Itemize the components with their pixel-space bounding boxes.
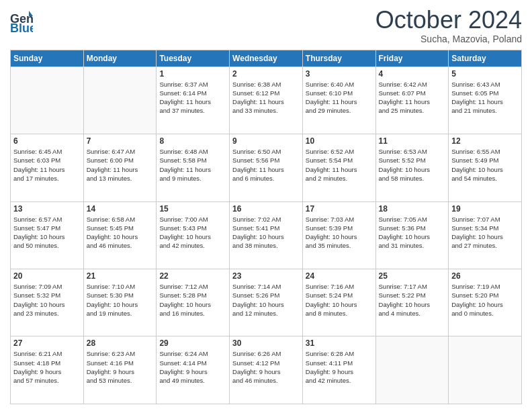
calendar-cell: 5Sunrise: 6:43 AM Sunset: 6:05 PM Daylig…: [449, 66, 522, 134]
day-number: 7: [87, 136, 154, 146]
day-info: Sunrise: 7:09 AM Sunset: 5:32 PM Dayligh…: [13, 282, 81, 318]
week-row-1: 1Sunrise: 6:37 AM Sunset: 6:14 PM Daylig…: [11, 66, 522, 134]
day-info: Sunrise: 6:42 AM Sunset: 6:07 PM Dayligh…: [379, 80, 446, 116]
day-info: Sunrise: 6:53 AM Sunset: 5:52 PM Dayligh…: [379, 147, 446, 183]
week-row-5: 27Sunrise: 6:21 AM Sunset: 4:18 PM Dayli…: [11, 336, 522, 404]
calendar-cell: 8Sunrise: 6:48 AM Sunset: 5:58 PM Daylig…: [157, 134, 230, 201]
day-number: 16: [232, 204, 300, 214]
day-info: Sunrise: 6:38 AM Sunset: 6:12 PM Dayligh…: [232, 80, 300, 116]
day-info: Sunrise: 6:26 AM Sunset: 4:12 PM Dayligh…: [232, 349, 300, 385]
day-info: Sunrise: 6:45 AM Sunset: 6:03 PM Dayligh…: [13, 147, 81, 183]
day-info: Sunrise: 6:57 AM Sunset: 5:47 PM Dayligh…: [13, 215, 81, 250]
calendar-cell: 1Sunrise: 6:37 AM Sunset: 6:14 PM Daylig…: [157, 66, 230, 134]
calendar-cell: 20Sunrise: 7:09 AM Sunset: 5:32 PM Dayli…: [11, 269, 84, 336]
day-number: 31: [306, 338, 373, 348]
day-number: 9: [232, 136, 300, 146]
day-info: Sunrise: 7:16 AM Sunset: 5:24 PM Dayligh…: [306, 282, 373, 318]
day-number: 14: [87, 204, 154, 214]
day-number: 26: [451, 271, 519, 281]
day-number: 22: [159, 271, 226, 281]
day-number: 27: [13, 338, 81, 348]
day-number: 1: [159, 69, 226, 79]
day-number: 21: [87, 271, 154, 281]
week-row-3: 13Sunrise: 6:57 AM Sunset: 5:47 PM Dayli…: [11, 201, 522, 269]
col-header-friday: Friday: [375, 50, 449, 66]
title-block: October 2024 Sucha, Mazovia, Poland: [375, 7, 522, 44]
col-header-thursday: Thursday: [302, 50, 375, 66]
location-subtitle: Sucha, Mazovia, Poland: [375, 34, 522, 44]
day-info: Sunrise: 7:17 AM Sunset: 5:22 PM Dayligh…: [379, 282, 446, 318]
calendar-cell: 9Sunrise: 6:50 AM Sunset: 5:56 PM Daylig…: [230, 134, 303, 201]
calendar-cell: 31Sunrise: 6:28 AM Sunset: 4:11 PM Dayli…: [302, 336, 375, 404]
calendar-cell: 28Sunrise: 6:23 AM Sunset: 4:16 PM Dayli…: [83, 336, 157, 404]
day-number: 17: [306, 204, 373, 214]
day-info: Sunrise: 6:52 AM Sunset: 5:54 PM Dayligh…: [306, 147, 373, 183]
calendar-cell: 3Sunrise: 6:40 AM Sunset: 6:10 PM Daylig…: [302, 66, 375, 134]
week-row-4: 20Sunrise: 7:09 AM Sunset: 5:32 PM Dayli…: [11, 269, 522, 336]
day-info: Sunrise: 6:58 AM Sunset: 5:45 PM Dayligh…: [87, 215, 154, 250]
calendar-cell: [11, 66, 84, 134]
calendar-cell: 18Sunrise: 7:05 AM Sunset: 5:36 PM Dayli…: [375, 201, 449, 269]
calendar-cell: [449, 336, 522, 404]
day-number: 8: [159, 136, 226, 146]
col-header-wednesday: Wednesday: [230, 50, 303, 66]
calendar-cell: 19Sunrise: 7:07 AM Sunset: 5:34 PM Dayli…: [449, 201, 522, 269]
svg-text:Blue: Blue: [10, 21, 33, 35]
calendar-cell: 15Sunrise: 7:00 AM Sunset: 5:43 PM Dayli…: [157, 201, 230, 269]
calendar-cell: 13Sunrise: 6:57 AM Sunset: 5:47 PM Dayli…: [11, 201, 84, 269]
day-info: Sunrise: 7:02 AM Sunset: 5:41 PM Dayligh…: [232, 215, 300, 250]
day-info: Sunrise: 7:12 AM Sunset: 5:28 PM Dayligh…: [159, 282, 226, 318]
calendar-cell: 17Sunrise: 7:03 AM Sunset: 5:39 PM Dayli…: [302, 201, 375, 269]
calendar-cell: 10Sunrise: 6:52 AM Sunset: 5:54 PM Dayli…: [302, 134, 375, 201]
calendar-cell: 4Sunrise: 6:42 AM Sunset: 6:07 PM Daylig…: [375, 66, 449, 134]
col-header-sunday: Sunday: [11, 50, 84, 66]
day-number: 24: [306, 271, 373, 281]
day-info: Sunrise: 6:48 AM Sunset: 5:58 PM Dayligh…: [159, 147, 226, 183]
day-number: 4: [379, 69, 446, 79]
calendar-cell: 14Sunrise: 6:58 AM Sunset: 5:45 PM Dayli…: [83, 201, 157, 269]
day-number: 12: [451, 136, 519, 146]
day-number: 20: [13, 271, 81, 281]
day-info: Sunrise: 7:00 AM Sunset: 5:43 PM Dayligh…: [159, 215, 226, 250]
day-info: Sunrise: 6:28 AM Sunset: 4:11 PM Dayligh…: [306, 349, 373, 385]
calendar-cell: 22Sunrise: 7:12 AM Sunset: 5:28 PM Dayli…: [157, 269, 230, 336]
day-info: Sunrise: 6:55 AM Sunset: 5:49 PM Dayligh…: [451, 147, 519, 183]
day-number: 29: [159, 338, 226, 348]
day-info: Sunrise: 6:43 AM Sunset: 6:05 PM Dayligh…: [451, 80, 519, 116]
calendar-cell: 27Sunrise: 6:21 AM Sunset: 4:18 PM Dayli…: [11, 336, 84, 404]
calendar-cell: 2Sunrise: 6:38 AM Sunset: 6:12 PM Daylig…: [230, 66, 303, 134]
col-header-tuesday: Tuesday: [157, 50, 230, 66]
calendar-cell: 12Sunrise: 6:55 AM Sunset: 5:49 PM Dayli…: [449, 134, 522, 201]
logo: General Blue: [10, 9, 33, 35]
calendar-header-row: SundayMondayTuesdayWednesdayThursdayFrid…: [11, 50, 522, 66]
month-title: October 2024: [375, 7, 522, 34]
day-info: Sunrise: 6:47 AM Sunset: 6:00 PM Dayligh…: [87, 147, 154, 183]
day-info: Sunrise: 7:19 AM Sunset: 5:20 PM Dayligh…: [451, 282, 519, 318]
calendar-cell: 25Sunrise: 7:17 AM Sunset: 5:22 PM Dayli…: [375, 269, 449, 336]
week-row-2: 6Sunrise: 6:45 AM Sunset: 6:03 PM Daylig…: [11, 134, 522, 201]
calendar-table: SundayMondayTuesdayWednesdayThursdayFrid…: [10, 50, 522, 404]
col-header-saturday: Saturday: [449, 50, 522, 66]
calendar-cell: 11Sunrise: 6:53 AM Sunset: 5:52 PM Dayli…: [375, 134, 449, 201]
day-number: 30: [232, 338, 300, 348]
day-number: 19: [451, 204, 519, 214]
day-info: Sunrise: 7:07 AM Sunset: 5:34 PM Dayligh…: [451, 215, 519, 250]
day-info: Sunrise: 6:21 AM Sunset: 4:18 PM Dayligh…: [13, 349, 81, 385]
day-number: 23: [232, 271, 300, 281]
calendar-cell: 23Sunrise: 7:14 AM Sunset: 5:26 PM Dayli…: [230, 269, 303, 336]
day-number: 5: [451, 69, 519, 79]
logo-icon: General Blue: [10, 9, 33, 35]
calendar-cell: 30Sunrise: 6:26 AM Sunset: 4:12 PM Dayli…: [230, 336, 303, 404]
calendar-cell: 7Sunrise: 6:47 AM Sunset: 6:00 PM Daylig…: [83, 134, 157, 201]
calendar-cell: 29Sunrise: 6:24 AM Sunset: 4:14 PM Dayli…: [157, 336, 230, 404]
day-number: 15: [159, 204, 226, 214]
day-number: 3: [306, 69, 373, 79]
day-info: Sunrise: 7:05 AM Sunset: 5:36 PM Dayligh…: [379, 215, 446, 250]
day-info: Sunrise: 6:23 AM Sunset: 4:16 PM Dayligh…: [87, 349, 154, 385]
day-number: 13: [13, 204, 81, 214]
day-info: Sunrise: 6:24 AM Sunset: 4:14 PM Dayligh…: [159, 349, 226, 385]
day-info: Sunrise: 6:40 AM Sunset: 6:10 PM Dayligh…: [306, 80, 373, 116]
day-number: 25: [379, 271, 446, 281]
calendar-cell: 21Sunrise: 7:10 AM Sunset: 5:30 PM Dayli…: [83, 269, 157, 336]
calendar-cell: 6Sunrise: 6:45 AM Sunset: 6:03 PM Daylig…: [11, 134, 84, 201]
